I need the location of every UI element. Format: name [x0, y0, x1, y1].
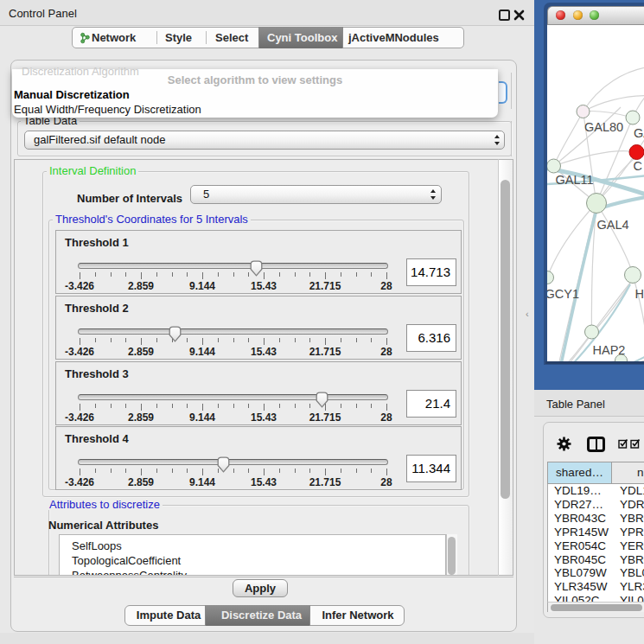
svg-text:GAL4: GAL4 [597, 218, 629, 232]
svg-text:GAL11: GAL11 [556, 173, 594, 187]
svg-text:H: H [635, 287, 644, 301]
svg-text:GAL80: GAL80 [584, 120, 623, 134]
svg-text:HAP2: HAP2 [593, 343, 626, 357]
svg-text:C: C [634, 159, 642, 173]
svg-text:GAL1: GAL1 [634, 126, 644, 140]
svg-text:GCY1: GCY1 [547, 287, 579, 301]
